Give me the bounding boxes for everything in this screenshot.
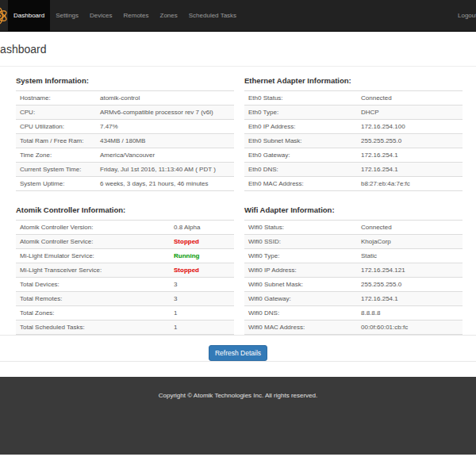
info-row-bottom: Atomik Controller Information:Atomik Con… xyxy=(0,205,476,335)
row-value: Static xyxy=(357,249,463,263)
row-label: Wifi0 Gateway: xyxy=(244,292,357,306)
nav-item-dashboard[interactable]: Dashboard xyxy=(8,0,50,32)
row-label: CPU: xyxy=(16,106,96,120)
panel-title: Ethernet Adapter Information: xyxy=(244,76,463,85)
row-value: 7.47% xyxy=(96,120,234,134)
table-row: Mi-Light Transceiver Service:Stopped xyxy=(16,263,234,278)
table-row: Wifi0 Status:Connected xyxy=(244,221,463,235)
row-value: 172.16.254.1 xyxy=(357,148,463,163)
row-value: Running xyxy=(170,249,234,263)
table-row: Wifi0 Type:Static xyxy=(244,249,463,263)
row-label: System Uptime: xyxy=(16,177,96,191)
row-label: Eth0 Type: xyxy=(244,106,357,120)
info-row-top: System Information:Hostname:atomik-contr… xyxy=(0,76,476,191)
row-label: Hostname: xyxy=(16,91,96,106)
row-label: Atomik Controller Service: xyxy=(16,235,170,249)
row-value: 8.8.8.8 xyxy=(357,306,463,321)
top-navbar: DashboardSettingsDevicesRemotesZonesSche… xyxy=(0,0,476,32)
row-label: Total Scheduled Tasks: xyxy=(16,321,170,335)
panel-system-information: System Information:Hostname:atomik-contr… xyxy=(16,76,234,191)
row-value: b8:27:eb:4a:7e:fc xyxy=(357,177,463,191)
nav-item-zones[interactable]: Zones xyxy=(155,0,183,32)
row-value: Friday, Jul 1st 2016, 11:13:40 AM ( PDT … xyxy=(96,163,234,177)
row-value: KhojaCorp xyxy=(357,235,463,249)
table-row: CPU Utilization:7.47% xyxy=(16,120,234,134)
row-value: 0.8 Alpha xyxy=(170,221,234,235)
row-label: Wifi0 Status: xyxy=(244,221,357,235)
ethernet-adapter-information-table: Eth0 Status:ConnectedEth0 Type:DHCPEth0 … xyxy=(244,90,463,191)
refresh-details-button[interactable]: Refresh Details xyxy=(209,345,267,361)
table-row: Eth0 Type:DHCP xyxy=(244,106,463,120)
row-label: Wifi0 IP Address: xyxy=(244,263,357,278)
row-value: 172.16.254.1 xyxy=(357,163,463,177)
panel-title: System Information: xyxy=(16,76,234,85)
row-label: CPU Utilization: xyxy=(16,120,96,134)
table-row: System Uptime:6 weeks, 3 days, 21 hours,… xyxy=(16,177,234,191)
table-row: Total Scheduled Tasks:1 xyxy=(16,321,234,335)
panel-atomik-controller-information: Atomik Controller Information:Atomik Con… xyxy=(16,205,234,335)
row-label: Eth0 Subnet Mask: xyxy=(244,134,357,148)
logout-link[interactable]: Logout xyxy=(458,0,476,32)
row-value: DHCP xyxy=(357,106,463,120)
row-value: 3 xyxy=(170,292,234,306)
panel-title: Atomik Controller Information: xyxy=(16,205,234,214)
nav-item-settings[interactable]: Settings xyxy=(50,0,84,32)
row-value: Stopped xyxy=(170,235,234,249)
row-value: 255.255.255.0 xyxy=(357,278,463,292)
row-label: Atomik Controller Version: xyxy=(16,221,170,235)
table-row: Atomik Controller Version:0.8 Alpha xyxy=(16,221,234,235)
panel-title: Wifi Adapter Information: xyxy=(244,205,463,214)
row-label: Eth0 Gateway: xyxy=(244,148,357,163)
row-value: Connected xyxy=(357,91,463,106)
row-value: 1 xyxy=(170,321,234,335)
row-value: America/Vancouver xyxy=(96,148,234,163)
row-value: 255.255.255.0 xyxy=(357,134,463,148)
row-label: Current System Time: xyxy=(16,163,96,177)
row-value: 00:0f:60:01:cb:fc xyxy=(357,321,463,335)
table-row: Wifi0 MAC Address:00:0f:60:01:cb:fc xyxy=(244,321,463,335)
row-value: Stopped xyxy=(170,263,234,278)
page-footer: Copyright © Atomik Technologies Inc. All… xyxy=(0,377,476,455)
table-row: Wifi0 DNS:8.8.8.8 xyxy=(244,306,463,321)
row-value: 172.16.254.100 xyxy=(357,120,463,134)
row-label: Mi-Light Emulator Service: xyxy=(16,249,170,263)
nav-item-scheduled-tasks[interactable]: Scheduled Tasks xyxy=(183,0,242,32)
row-label: Total Devices: xyxy=(16,278,170,292)
row-label: Eth0 IP Address: xyxy=(244,120,357,134)
table-row: Eth0 Status:Connected xyxy=(244,91,463,106)
row-value: 1 xyxy=(170,306,234,321)
row-label: Wifi0 MAC Address: xyxy=(244,321,357,335)
table-row: Mi-Light Emulator Service:Running xyxy=(16,249,234,263)
row-value: 6 weeks, 3 days, 21 hours, 46 minutes xyxy=(96,177,234,191)
row-value: 172.16.254.121 xyxy=(357,263,463,278)
table-row: Time Zone:America/Vancouver xyxy=(16,148,234,163)
table-row: Wifi0 IP Address:172.16.254.121 xyxy=(244,263,463,278)
row-label: Mi-Light Transceiver Service: xyxy=(16,263,170,278)
table-row: CPU:ARMv6-compatible processor rev 7 (v6… xyxy=(16,106,234,120)
table-row: Wifi0 Subnet Mask:255.255.255.0 xyxy=(244,278,463,292)
nav-item-devices[interactable]: Devices xyxy=(84,0,117,32)
table-row: Total Ram / Free Ram:434MB / 180MB xyxy=(16,134,234,148)
table-row: Eth0 IP Address:172.16.254.100 xyxy=(244,120,463,134)
row-label: Total Ram / Free Ram: xyxy=(16,134,96,148)
panel-wifi-adapter-information: Wifi Adapter Information:Wifi0 Status:Co… xyxy=(244,205,463,335)
table-row: Total Zones:1 xyxy=(16,306,234,321)
nav-item-remotes[interactable]: Remotes xyxy=(118,0,155,32)
main-nav: DashboardSettingsDevicesRemotesZonesSche… xyxy=(8,0,242,32)
table-row: Eth0 DNS:172.16.254.1 xyxy=(244,163,463,177)
row-label: Eth0 Status: xyxy=(244,91,357,106)
table-row: Hostname:atomik-control xyxy=(16,91,234,106)
table-row: Total Remotes:3 xyxy=(16,292,234,306)
copyright-text: Copyright © Atomik Technologies Inc. All… xyxy=(159,392,318,399)
row-label: Eth0 MAC Address: xyxy=(244,177,357,191)
row-label: Eth0 DNS: xyxy=(244,163,357,177)
table-row: Total Devices:3 xyxy=(16,278,234,292)
row-label: Wifi0 DNS: xyxy=(244,306,357,321)
row-value: atomik-control xyxy=(96,91,234,106)
panel-ethernet-adapter-information: Ethernet Adapter Information:Eth0 Status… xyxy=(244,76,463,191)
row-label: Wifi0 SSID: xyxy=(244,235,357,249)
row-value: 434MB / 180MB xyxy=(96,134,234,148)
table-row: Eth0 MAC Address:b8:27:eb:4a:7e:fc xyxy=(244,177,463,191)
row-value: Connected xyxy=(357,221,463,235)
row-label: Total Remotes: xyxy=(16,292,170,306)
